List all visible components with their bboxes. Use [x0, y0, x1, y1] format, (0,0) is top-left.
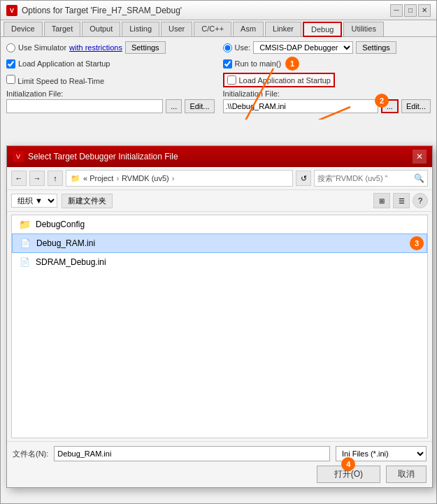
init-file-label-left: Initialization File: [6, 89, 215, 98]
file-name-debug-ram: Debug_RAM.ini [36, 238, 95, 248]
help-button[interactable]: ? [413, 193, 428, 208]
toolbar-right: ⊞ ☰ ? [373, 193, 428, 208]
breadcrumb-folder-icon: 📁 [71, 174, 80, 183]
org-dropdown[interactable]: 组织 ▼ [11, 194, 57, 208]
dialog-title-text: Select Target Debugger Initialization Fi… [28, 152, 178, 161]
tab-user[interactable]: User [161, 22, 192, 36]
search-input[interactable] [317, 174, 414, 182]
load-app-startup-right-check[interactable] [227, 75, 236, 85]
run-to-main-left-check[interactable] [223, 59, 232, 69]
breadcrumb-bar: 📁 « Project › RVMDK (uv5) › [66, 170, 293, 187]
minimize-button[interactable]: ─ [390, 4, 403, 17]
load-app-startup-left-label: Load Application at Startup [18, 59, 110, 68]
search-bar: 🔍 [314, 170, 428, 187]
run-to-main-left-label: Run to main() [235, 59, 282, 68]
marker-3: 3 [410, 236, 424, 250]
tab-asm[interactable]: Asm [233, 22, 264, 36]
new-folder-button[interactable]: 新建文件夹 [62, 194, 113, 208]
app-icon: V [6, 5, 17, 16]
file-dialog: V Select Target Debugger Initialization … [6, 145, 433, 488]
init-file-input-right[interactable] [223, 99, 378, 113]
tab-output[interactable]: Output [82, 22, 120, 36]
dots-btn-left[interactable]: ... [166, 99, 182, 113]
search-icon: 🔍 [414, 173, 424, 183]
simulator-radio[interactable] [6, 43, 15, 52]
tab-listing[interactable]: Listing [122, 22, 159, 36]
restrictions-link[interactable]: with restrictions [69, 43, 122, 52]
tab-linker[interactable]: Linker [265, 22, 301, 36]
back-button[interactable]: ← [11, 171, 27, 186]
file-item-debug-ram-ini[interactable]: 📄 Debug_RAM.ini 3 [12, 233, 427, 253]
file-item-sdram-debug[interactable]: 📄 SDRAM_Debug.ini [12, 253, 427, 271]
dialog-bottom: 文件名(N): Ini Files (*.ini) 打开(O) 4 取消 [7, 441, 432, 487]
ini-icon-debug-ram: 📄 [18, 236, 32, 250]
tab-cpp[interactable]: C/C++ [194, 22, 231, 36]
dialog-title-bar: V Select Target Debugger Initialization … [7, 146, 432, 167]
tab-debug[interactable]: Debug [303, 22, 342, 37]
simulator-settings-button[interactable]: Settings [125, 41, 166, 54]
filename-row: 文件名(N): Ini Files (*.ini) [13, 446, 427, 461]
debugger-use-label: Use: [235, 43, 251, 52]
breadcrumb-sep2: › [172, 174, 175, 182]
options-area: Use Simulator with restrictions Settings… [1, 37, 436, 120]
tab-bar: Device Target Output Listing User C/C++ … [1, 20, 436, 37]
edit-btn-left[interactable]: Edit... [185, 99, 214, 113]
tab-device[interactable]: Device [3, 22, 43, 36]
load-app-startup-right-label: Load Application at Startup [239, 76, 331, 85]
debugger-settings-button[interactable]: Settings [356, 41, 396, 54]
simulator-label: Use Simulator [18, 43, 66, 52]
debugger-dropdown[interactable]: CMSIS-DAP Debugger [253, 41, 353, 54]
title-bar-left: V Options for Target 'Fire_H7_SRAM_Debug… [6, 5, 182, 16]
marker-4: 4 [341, 457, 355, 471]
breadcrumb-project: « Project [83, 174, 113, 182]
dialog-buttons: 打开(O) 4 取消 [13, 466, 427, 483]
load-app-startup-left-check[interactable] [6, 59, 15, 69]
dialog-close-button[interactable]: ✕ [413, 150, 427, 164]
file-name-sdram: SDRAM_Debug.ini [36, 257, 106, 267]
limit-speed-label: Limit Speed to Real-Time [17, 77, 104, 85]
main-window: V Options for Target 'Fire_H7_SRAM_Debug… [0, 0, 437, 504]
dialog-title-icon: V [13, 151, 24, 162]
close-button[interactable]: ✕ [418, 4, 431, 17]
breadcrumb-sep1: › [116, 174, 119, 182]
filename-input[interactable] [54, 446, 330, 461]
ini-icon-sdram: 📄 [17, 255, 31, 269]
filename-label: 文件名(N): [13, 449, 48, 459]
forward-button[interactable]: → [29, 171, 45, 186]
folder-icon-debugconfig: 📁 [17, 217, 31, 231]
tab-target[interactable]: Target [44, 22, 81, 36]
file-name-debugconfig: DebugConfig [36, 219, 85, 229]
view-grid-button[interactable]: ⊞ [373, 193, 390, 208]
init-file-input-left[interactable] [6, 99, 163, 113]
dialog-nav-bar: ← → ↑ 📁 « Project › RVMDK (uv5) › ↺ 🔍 [7, 167, 432, 190]
file-item-debugconfig[interactable]: 📁 DebugConfig [12, 215, 427, 233]
file-list-area: 📁 DebugConfig 📄 Debug_RAM.ini 3 📄 SDRAM_… [11, 215, 428, 438]
title-bar: V Options for Target 'Fire_H7_SRAM_Debug… [1, 1, 436, 20]
title-bar-buttons: ─ □ ✕ [390, 4, 431, 17]
debugger-radio[interactable] [223, 43, 232, 52]
limit-speed-check[interactable] [6, 75, 15, 84]
edit-btn-right[interactable]: Edit... [401, 99, 431, 113]
up-button[interactable]: ↑ [48, 171, 63, 186]
maximize-button[interactable]: □ [404, 4, 417, 17]
load-app-startup-right-container: Load Application at Startup [223, 73, 335, 87]
cancel-button[interactable]: 取消 [386, 466, 427, 483]
marker-2: 2 [375, 94, 389, 108]
toolbar-left: 组织 ▼ 新建文件夹 [11, 194, 113, 208]
breadcrumb-rvmdk: RVMDK (uv5) [122, 174, 169, 182]
view-list-button[interactable]: ☰ [393, 193, 410, 208]
window-title: Options for Target 'Fire_H7_SRAM_Debug' [22, 6, 182, 15]
dialog-toolbar: 组织 ▼ 新建文件夹 ⊞ ☰ ? [7, 190, 432, 212]
refresh-button[interactable]: ↺ [296, 171, 311, 186]
init-file-label-right: Initialization File: [223, 89, 431, 98]
marker-1: 1 [285, 57, 299, 71]
dialog-title-left: V Select Target Debugger Initialization … [13, 151, 178, 162]
tab-utilities[interactable]: Utilities [343, 22, 383, 36]
